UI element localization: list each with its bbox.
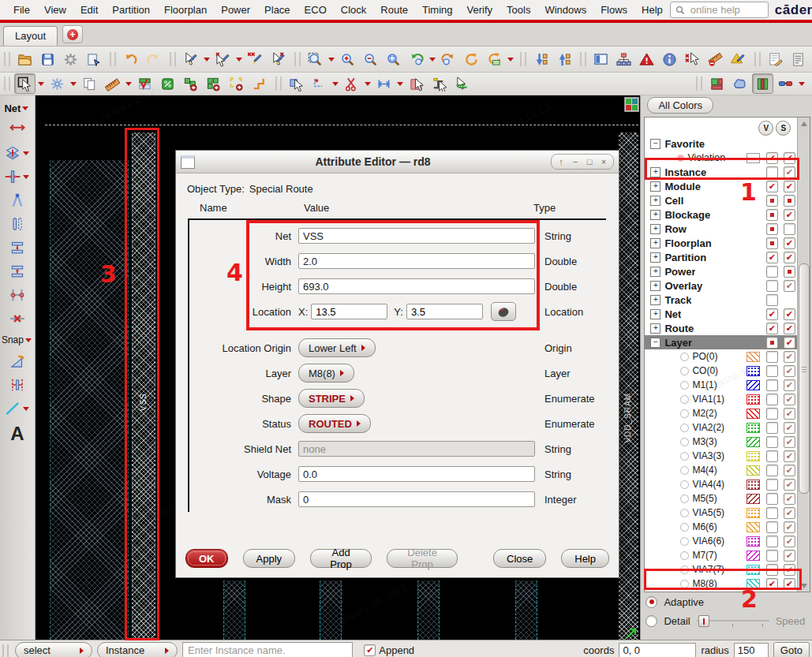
dropdown-arrow-icon[interactable] <box>38 82 44 86</box>
edit-wire-icon[interactable] <box>428 73 450 94</box>
layer-radio[interactable] <box>680 353 689 361</box>
visibility-checkbox[interactable] <box>766 536 778 547</box>
layer-radio[interactable] <box>680 438 689 446</box>
layer-swatch[interactable] <box>747 508 760 518</box>
layer-item-via5(5)[interactable]: VIA5(5) <box>645 506 798 520</box>
visibility-checkbox[interactable] <box>766 379 778 391</box>
selectability-checkbox[interactable] <box>784 351 795 363</box>
layer-radio[interactable] <box>680 480 689 489</box>
visibility-checkbox[interactable] <box>766 266 778 278</box>
selectability-checkbox[interactable] <box>784 479 795 491</box>
visibility-checkbox[interactable] <box>766 209 778 221</box>
visibility-checkbox[interactable] <box>766 550 778 562</box>
net-field[interactable] <box>298 228 535 244</box>
expand-icon[interactable] <box>650 224 660 234</box>
layer-item-via1(1)[interactable]: VIA1(1) <box>645 392 798 406</box>
selectability-checkbox[interactable] <box>784 408 795 420</box>
location-origin-dropdown[interactable]: Lower Left <box>298 338 376 357</box>
visibility-checkbox[interactable] <box>766 195 778 207</box>
tree-item-power[interactable]: Power <box>645 264 798 278</box>
zoom-out-icon[interactable] <box>360 49 381 69</box>
all-colors-tab[interactable]: All Colors <box>647 97 713 114</box>
design-hierarchy-icon[interactable] <box>613 49 634 69</box>
selectability-checkbox[interactable] <box>784 323 795 334</box>
menu-item-route[interactable]: Route <box>373 2 415 18</box>
status-dropdown[interactable]: ROUTED <box>298 414 371 433</box>
shield-net-field[interactable] <box>298 441 535 457</box>
layer-item-via6(6)[interactable]: VIA6(6) <box>645 534 798 548</box>
visibility-checkbox[interactable] <box>766 323 778 334</box>
add-module-icon[interactable] <box>203 73 224 94</box>
net-width-tool[interactable] <box>1 118 34 141</box>
menu-item-partition[interactable]: Partition <box>105 2 157 18</box>
menu-item-verify[interactable]: Verify <box>460 2 500 18</box>
dropdown-arrow-icon[interactable] <box>70 82 77 86</box>
expand-icon[interactable] <box>650 167 660 177</box>
layer-swap-tool[interactable] <box>1 141 34 165</box>
layer-radio[interactable] <box>680 395 689 404</box>
layer-item-m1(1)[interactable]: M1(1) <box>645 378 798 392</box>
selectability-checkbox[interactable] <box>784 422 795 434</box>
view-previous-icon[interactable] <box>406 49 427 69</box>
radius-field[interactable] <box>734 643 769 657</box>
layer-swatch[interactable] <box>747 409 760 419</box>
delete-prop-button[interactable]: Delete Prop <box>387 549 458 568</box>
snap-menu[interactable]: Snap <box>2 332 33 348</box>
tree-item-overlay[interactable]: Overlay <box>645 278 798 293</box>
layer-radio[interactable] <box>680 495 689 503</box>
layer-radio[interactable] <box>680 452 689 461</box>
layer-item-m2(2)[interactable]: M2(2) <box>645 406 798 420</box>
layer-swatch[interactable] <box>747 565 760 575</box>
visibility-checkbox[interactable] <box>766 394 778 405</box>
selectability-checkbox[interactable] <box>784 308 795 320</box>
stereo-glasses-icon[interactable] <box>775 73 796 94</box>
menu-item-tools[interactable]: Tools <box>500 2 537 18</box>
expand-icon[interactable] <box>650 281 660 291</box>
net-tools-menu[interactable]: Net <box>4 100 30 116</box>
redo-icon[interactable] <box>143 49 164 69</box>
menu-item-help[interactable]: Help <box>634 2 670 18</box>
dropdown-arrow-icon[interactable] <box>328 58 335 62</box>
layer-item-m4(4)[interactable]: M4(4) <box>645 463 798 477</box>
toolbar-grip[interactable] <box>2 644 9 657</box>
dropdown-arrow-icon[interactable] <box>365 82 371 86</box>
selectability-checkbox[interactable] <box>784 252 795 263</box>
selectability-checkbox[interactable] <box>784 536 795 547</box>
visibility-checkbox[interactable] <box>766 422 778 434</box>
edit-shape-icon[interactable] <box>406 73 427 94</box>
layer-radio[interactable] <box>680 509 689 517</box>
visibility-checkbox[interactable] <box>766 564 778 576</box>
world-view-icon[interactable] <box>624 97 639 112</box>
layer-radio[interactable] <box>680 466 689 475</box>
undo-icon[interactable] <box>120 49 141 69</box>
verify-icon[interactable] <box>134 73 155 94</box>
tree-item-cell[interactable]: Cell <box>645 193 798 207</box>
width-field[interactable] <box>298 253 535 269</box>
selectability-checkbox[interactable] <box>784 181 795 192</box>
layer-swatch[interactable] <box>747 494 760 504</box>
coords-field[interactable] <box>619 643 696 657</box>
swap-wire-icon[interactable] <box>451 73 473 94</box>
tree-item-layer[interactable]: Layer <box>645 335 798 349</box>
layer-radio[interactable] <box>680 523 689 532</box>
vss-stripe[interactable]: VSS <box>132 133 155 640</box>
visibility-checkbox[interactable] <box>766 223 778 235</box>
layer-item-m7(7)[interactable]: M7(7) <box>645 548 798 562</box>
view-next-icon[interactable] <box>438 49 459 69</box>
expand-icon[interactable] <box>650 309 660 319</box>
selectability-checkbox[interactable] <box>784 209 795 221</box>
layer-radio[interactable] <box>680 424 689 432</box>
expand-icon[interactable] <box>650 295 660 305</box>
tree-item-blockage[interactable]: Blockage <box>645 207 798 222</box>
shade-icon[interactable]: ↑ <box>555 157 567 166</box>
scroll-up-icon[interactable] <box>799 118 809 129</box>
selectability-checkbox[interactable] <box>784 337 795 349</box>
collapse-icon[interactable] <box>650 139 660 149</box>
menu-item-eco[interactable]: ECO <box>297 2 334 18</box>
cut-wire-icon[interactable] <box>341 73 362 94</box>
dropdown-arrow-icon[interactable] <box>397 82 403 86</box>
rotate-tool[interactable] <box>1 349 34 373</box>
slider-handle[interactable] <box>698 615 709 627</box>
stretch-wire-icon[interactable] <box>373 73 395 94</box>
tree-item-module[interactable]: Module <box>645 179 798 193</box>
